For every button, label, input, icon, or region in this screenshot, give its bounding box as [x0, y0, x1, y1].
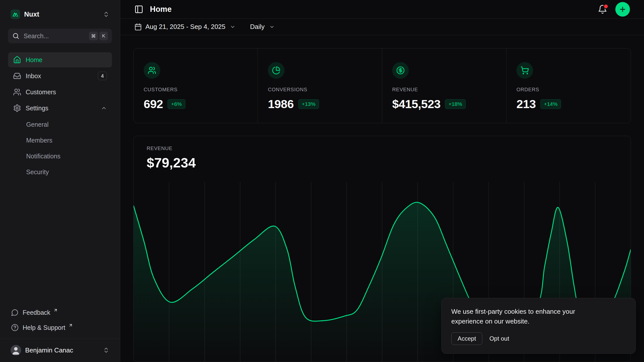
user-menu[interactable]: Benjamin Canac	[8, 342, 112, 358]
topbar-actions	[598, 2, 630, 17]
stat-customers: CUSTOMERS 692 +6%	[134, 49, 258, 123]
calendar-icon	[134, 23, 142, 31]
nav-label: Home	[26, 56, 43, 64]
add-button[interactable]	[615, 2, 630, 17]
kbd-cmd: ⌘	[89, 32, 98, 40]
plus-icon	[619, 6, 626, 13]
nav-label: Customers	[26, 88, 56, 96]
user-name: Benjamin Canac	[25, 346, 73, 354]
nuxt-logo-icon	[11, 10, 20, 19]
accept-button[interactable]: Accept	[451, 332, 482, 345]
date-range-label: Aug 21, 2025 - Sep 4, 2025	[145, 23, 225, 31]
kbd-k: K	[99, 32, 108, 40]
topbar: Home	[120, 0, 644, 19]
chevron-down-icon	[269, 24, 275, 30]
revenue-card-label: REVENUE	[134, 146, 631, 151]
sidebar: Nuxt Search... ⌘ K Home Inbox 4 Customer…	[0, 0, 120, 362]
stat-value: 692	[144, 97, 163, 111]
granularity-select[interactable]: Daily	[250, 23, 275, 31]
help-circle-icon	[11, 324, 19, 331]
inbox-count-badge: 4	[98, 72, 107, 80]
chevron-up-icon	[101, 105, 107, 111]
pie-chart-icon	[268, 62, 285, 79]
feedback-icon	[11, 309, 19, 316]
nav-label: Settings	[26, 105, 48, 112]
workspace-name: Nuxt	[24, 11, 39, 18]
settings-subnav: General Members Notifications Security	[8, 117, 112, 180]
sidebar-item-security[interactable]: Security	[8, 164, 112, 180]
stat-value: 1986	[268, 97, 294, 111]
inbox-icon	[13, 72, 21, 80]
search-input[interactable]: Search... ⌘ K	[8, 29, 112, 43]
sidebar-nav: Home Inbox 4 Customers Settings General …	[8, 52, 112, 180]
external-link-icon	[53, 308, 58, 312]
chevrons-up-down-icon	[103, 11, 109, 18]
toolbar: Aug 21, 2025 - Sep 4, 2025 Daily	[120, 19, 644, 35]
sidebar-item-inbox[interactable]: Inbox 4	[8, 68, 112, 83]
delta-badge: +18%	[445, 99, 466, 109]
search-placeholder: Search...	[24, 32, 49, 40]
granularity-label: Daily	[250, 23, 265, 31]
stat-label: CUSTOMERS	[144, 87, 248, 93]
delta-badge: +6%	[168, 99, 185, 109]
footer-label: Feedback	[23, 309, 50, 316]
stat-value: $415,523	[392, 97, 440, 111]
nav-label: Inbox	[26, 72, 41, 80]
gear-icon	[13, 104, 21, 112]
stat-label: ORDERS	[516, 87, 621, 93]
avatar	[11, 345, 21, 355]
chevrons-up-down-icon	[103, 347, 109, 353]
stat-revenue: REVENUE $415,523 +18%	[382, 49, 506, 123]
sidebar-item-help-support[interactable]: Help & Support	[8, 320, 112, 335]
footer-label: Help & Support	[23, 324, 65, 331]
notifications-button[interactable]	[598, 5, 607, 14]
sidebar-item-feedback[interactable]: Feedback	[8, 305, 112, 320]
delta-badge: +14%	[540, 99, 561, 109]
panel-left-icon	[134, 5, 143, 14]
users-icon	[144, 62, 160, 79]
external-link-icon	[68, 323, 73, 328]
sidebar-item-members[interactable]: Members	[8, 132, 112, 148]
cookie-actions: Accept Opt out	[451, 332, 626, 345]
revenue-card-value: $79,234	[134, 155, 631, 170]
search-icon	[12, 32, 20, 40]
cookie-message: We use first-party cookies to enhance yo…	[451, 307, 607, 326]
users-icon	[13, 88, 21, 96]
date-range-picker[interactable]: Aug 21, 2025 - Sep 4, 2025	[134, 23, 235, 31]
sidebar-item-general[interactable]: General	[8, 117, 112, 132]
sidebar-toggle-button[interactable]	[134, 5, 143, 14]
sidebar-footer: Feedback Help & Support Benjamin Canac	[8, 305, 112, 360]
workspace-switcher[interactable]: Nuxt	[8, 7, 112, 22]
opt-out-button[interactable]: Opt out	[485, 333, 514, 345]
sidebar-item-settings[interactable]: Settings	[8, 101, 112, 116]
page-title: Home	[150, 5, 172, 14]
stat-label: REVENUE	[392, 87, 496, 93]
chevron-down-icon	[230, 24, 235, 30]
delta-badge: +13%	[298, 99, 319, 109]
sidebar-item-customers[interactable]: Customers	[8, 84, 112, 100]
stat-value: 213	[516, 97, 536, 111]
user-section: Benjamin Canac	[0, 339, 120, 360]
stat-conversions: CONVERSIONS 1986 +13%	[258, 49, 382, 123]
home-icon	[13, 56, 21, 64]
sidebar-item-notifications[interactable]: Notifications	[8, 148, 112, 164]
cookie-banner: We use first-party cookies to enhance yo…	[441, 298, 636, 354]
search-shortcut: ⌘ K	[89, 32, 108, 40]
sidebar-item-home[interactable]: Home	[8, 52, 112, 67]
shopping-cart-icon	[516, 62, 533, 79]
stat-label: CONVERSIONS	[268, 87, 372, 93]
stat-orders: ORDERS 213 +14%	[506, 49, 631, 123]
dollar-circle-icon	[392, 62, 409, 79]
notification-dot	[604, 5, 608, 8]
app: { "colors": { "accent": "#00dc82", "noti…	[0, 0, 644, 362]
stats-panel: CUSTOMERS 692 +6% CONVERSIONS 1986 +13%	[133, 48, 631, 123]
